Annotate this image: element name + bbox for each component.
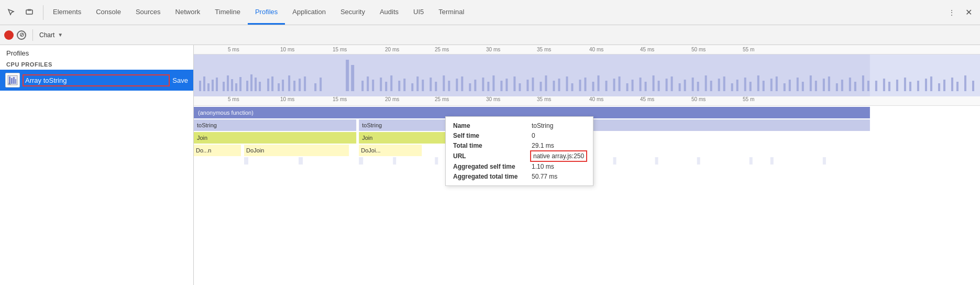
tooltip-url-value: native array.js:250	[532, 152, 586, 160]
tab-sources[interactable]: Sources	[128, 0, 168, 25]
overview-section: 5 ms 10 ms 15 ms 20 ms 25 ms 30 ms 35 ms…	[194, 45, 980, 96]
svg-text:(anonymous function): (anonymous function)	[198, 109, 254, 116]
svg-rect-117	[888, 82, 890, 91]
tooltip-total-time-label: Total time	[453, 142, 532, 149]
inspect-icon[interactable]	[4, 5, 19, 20]
svg-rect-115	[875, 81, 877, 91]
close-icon[interactable]: ✕	[961, 5, 976, 20]
svg-rect-114	[867, 81, 869, 91]
svg-rect-13	[212, 80, 214, 91]
tab-elements[interactable]: Elements	[46, 0, 89, 25]
svg-rect-95	[744, 78, 746, 91]
svg-rect-101	[784, 83, 786, 91]
tab-security[interactable]: Security	[333, 0, 372, 25]
svg-rect-59	[505, 79, 508, 91]
svg-rect-44	[411, 83, 413, 91]
profile-icon: %	[5, 73, 20, 87]
svg-rect-84	[671, 76, 673, 91]
dtick-55ms: 55 m	[743, 96, 754, 102]
svg-rect-157	[750, 157, 753, 165]
svg-rect-105	[810, 75, 812, 91]
tooltip-total-time-row: Total time 29.1 ms	[453, 142, 586, 149]
tooltip-agg-total-value: 50.77 ms	[532, 173, 557, 180]
dtick-15ms: 15 ms	[333, 96, 347, 102]
tab-list: Elements Console Sources Network Timelin…	[46, 0, 944, 25]
top-bar: Elements Console Sources Network Timelin…	[0, 0, 980, 25]
svg-rect-51	[456, 79, 458, 91]
tooltip-agg-self-label: Aggregated self time	[453, 163, 532, 170]
svg-rect-155	[655, 157, 658, 165]
svg-rect-119	[904, 78, 906, 91]
svg-rect-108	[828, 76, 830, 91]
tick-35ms: 35 ms	[537, 47, 551, 52]
svg-rect-58	[500, 81, 502, 91]
svg-rect-74	[605, 81, 608, 91]
svg-text:toString: toString	[362, 122, 382, 128]
tooltip-self-time-value: 0	[532, 132, 535, 139]
svg-rect-71	[584, 78, 586, 91]
svg-rect-156	[697, 157, 700, 165]
svg-rect-16	[227, 75, 229, 91]
tab-profiles[interactable]: Profiles	[248, 0, 285, 25]
svg-rect-127	[956, 82, 959, 91]
svg-rect-33	[320, 78, 322, 91]
more-options-icon[interactable]: ⋮	[944, 5, 959, 20]
svg-rect-136	[194, 132, 356, 144]
svg-rect-36	[361, 81, 364, 91]
svg-rect-158	[770, 157, 774, 165]
dtick-45ms: 45 ms	[640, 96, 654, 102]
device-icon[interactable]	[22, 5, 37, 20]
svg-rect-57	[492, 75, 494, 91]
divider	[32, 29, 33, 41]
svg-rect-56	[487, 82, 489, 91]
tab-audits[interactable]: Audits	[372, 0, 406, 25]
profile-item[interactable]: % Array toString Save	[0, 70, 193, 91]
svg-rect-21	[250, 74, 252, 91]
svg-rect-53	[469, 83, 471, 91]
svg-rect-121	[917, 81, 919, 91]
dtick-35ms: 35 ms	[537, 96, 551, 102]
tab-application[interactable]: Application	[285, 0, 333, 25]
svg-rect-61	[519, 83, 521, 91]
save-link[interactable]: Save	[172, 76, 188, 84]
tooltip-agg-self-row: Aggregated self time 1.10 ms	[453, 163, 586, 170]
tick-30ms: 30 ms	[486, 47, 500, 52]
svg-rect-128	[964, 75, 966, 91]
svg-rect-35	[351, 65, 354, 91]
tab-ui5[interactable]: UI5	[406, 0, 431, 25]
svg-rect-14	[216, 78, 218, 91]
tooltip-agg-self-value: 1.10 ms	[532, 163, 554, 170]
clear-button[interactable]: ⊘	[17, 30, 26, 40]
svg-rect-88	[697, 82, 699, 91]
svg-rect-67	[558, 79, 560, 91]
svg-rect-39	[380, 78, 382, 91]
detail-ruler: 5 ms 10 ms 15 ms 20 ms 25 ms 30 ms 35 ms…	[194, 96, 980, 106]
tick-25ms: 25 ms	[435, 47, 449, 52]
svg-rect-159	[823, 157, 826, 165]
dtick-30ms: 30 ms	[486, 96, 500, 102]
svg-rect-125	[943, 80, 945, 91]
svg-rect-90	[710, 81, 712, 91]
svg-rect-109	[836, 83, 838, 91]
chart-select[interactable]: Chart ▼	[39, 31, 63, 39]
tooltip-name-label: Name	[453, 122, 532, 129]
record-button[interactable]	[4, 30, 14, 40]
svg-rect-49	[443, 75, 445, 91]
svg-rect-19	[239, 77, 241, 91]
dtick-25ms: 25 ms	[435, 96, 449, 102]
svg-text:DoJoin: DoJoin	[246, 147, 264, 154]
svg-rect-106	[815, 81, 817, 91]
svg-rect-77	[626, 83, 629, 91]
svg-rect-63	[532, 78, 534, 91]
tab-timeline[interactable]: Timeline	[207, 0, 248, 25]
svg-rect-43	[403, 79, 405, 91]
svg-rect-68	[566, 76, 568, 91]
svg-rect-66	[553, 81, 555, 91]
svg-rect-111	[849, 78, 851, 91]
tab-console[interactable]: Console	[89, 0, 128, 25]
svg-rect-50	[448, 81, 450, 91]
svg-rect-113	[862, 75, 864, 91]
svg-rect-34	[346, 60, 349, 91]
tab-network[interactable]: Network	[168, 0, 208, 25]
tab-terminal[interactable]: Terminal	[431, 0, 471, 25]
